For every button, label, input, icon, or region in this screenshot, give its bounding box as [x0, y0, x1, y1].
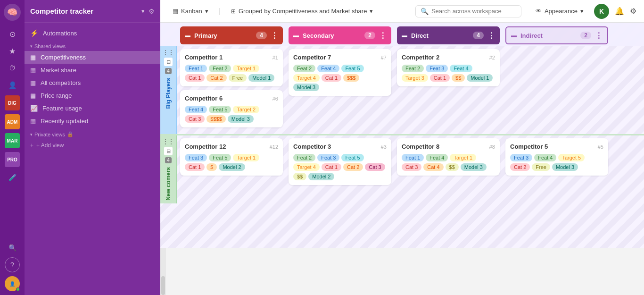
appearance-chevron: ▾: [580, 8, 584, 15]
sidebar-icon-home[interactable]: ⊙: [5, 26, 20, 42]
shared-views-label[interactable]: ▾ Shared views: [25, 40, 160, 51]
sidebar-item-automations[interactable]: ⚡ Automations: [25, 26, 160, 40]
tag: Feat 3: [185, 154, 207, 161]
card-competitor-5[interactable]: Competitor 5 #5 Feat 3 Feat 4 Target 5 C…: [505, 138, 608, 176]
section-label-big-players: ⋮⋮ ⊟ 4 Big Players: [160, 46, 177, 134]
tag: Model 2: [219, 163, 245, 171]
tag: Target 1: [233, 65, 259, 72]
col-lane-direct-big-players: Competitor 2 #2 Feat 2 Feat 3 Feat 4 Tar…: [394, 46, 503, 134]
tag: Feat 1: [402, 154, 424, 161]
primary-count: 4: [256, 32, 267, 39]
tag: Free: [229, 74, 247, 82]
add-view-button[interactable]: + + Add view: [25, 139, 160, 152]
tag: Target 2: [233, 106, 259, 113]
group-by-button[interactable]: ⊞ Grouped by Competitiveness and Market …: [226, 6, 378, 17]
sidebar-item-all-competitors[interactable]: ▦ All competitors: [25, 76, 160, 89]
workspace-title: Competitor tracker: [30, 7, 138, 15]
eye-icon: 👁: [536, 8, 542, 15]
kanban-view-button[interactable]: ▦ Kanban ▾: [168, 6, 213, 17]
tag: Cat 3: [402, 163, 421, 171]
col-header-primary: ▬ Primary 4 ⋮: [177, 26, 286, 44]
tag: Model 1: [248, 74, 274, 82]
title-caret[interactable]: ▾: [141, 8, 145, 15]
appearance-button[interactable]: 👁 Appearance ▾: [531, 6, 588, 17]
section-drag-handle[interactable]: ⋮⋮: [163, 49, 174, 56]
collapse-direct[interactable]: ▬: [402, 32, 407, 39]
tag: Feat 4: [426, 154, 448, 161]
tag: Feat 5: [209, 106, 231, 113]
sidebar-icon-pro[interactable]: PRO: [4, 151, 21, 168]
section-collapse-icon[interactable]: ⊟: [164, 58, 173, 66]
app-logo[interactable]: 🧠: [4, 4, 21, 21]
col-header-direct: ▬ Direct 4 ⋮: [394, 26, 503, 44]
collapse-primary[interactable]: ▬: [185, 32, 190, 39]
col-lane-secondary-new-comers: Competitor 3 #3 Feat 2 Feat 3 Feat 5 Tar…: [286, 135, 394, 203]
card-competitor-1[interactable]: Competitor 1 #1 Feat 1 Feat 2 Target 1 C…: [180, 49, 283, 86]
tag: Model 3: [552, 163, 578, 171]
tag: Target 5: [558, 154, 585, 161]
chart-icon: 📈: [30, 105, 38, 112]
sidebar-icon-people[interactable]: 👤: [5, 77, 20, 93]
sidebar-icon-clock[interactable]: ⏱: [5, 60, 20, 76]
tag: Cat 2: [343, 163, 363, 171]
primary-more[interactable]: ⋮: [271, 31, 278, 40]
sidebar-item-recently-updated[interactable]: ▦ Recently updated: [25, 115, 160, 127]
tag: Cat 1: [430, 74, 450, 82]
card-competitor-2[interactable]: Competitor 2 #2 Feat 2 Feat 3 Feat 4 Tar…: [397, 49, 500, 86]
search-box[interactable]: 🔍: [415, 5, 521, 17]
direct-more[interactable]: ⋮: [487, 31, 495, 40]
notifications-icon[interactable]: 🔔: [615, 7, 624, 16]
secondary-more[interactable]: ⋮: [379, 31, 387, 40]
group-icon: ⊞: [231, 8, 236, 15]
sidebar-icon-search[interactable]: 🔍: [5, 240, 20, 255]
card-competitor-12[interactable]: Competitor 12 #12 Feat 3 Feat 5 Target 1…: [180, 138, 283, 176]
search-icon: 🔍: [421, 8, 429, 15]
private-views-label[interactable]: ▾ Private views 🔒: [25, 127, 160, 139]
sidebar-item-competitiveness[interactable]: ▦ Competitiveness: [25, 51, 160, 64]
col-header-secondary: ▬ Secondary 2 ⋮: [286, 26, 394, 44]
tag: Model 1: [467, 74, 493, 82]
sidebar-icon-building[interactable]: DIG: [4, 94, 21, 111]
kanban-area: ▬ Primary 4 ⋮ ▬ Secondary 2 ⋮: [160, 23, 644, 295]
sidebar-icon-help[interactable]: ?: [5, 257, 20, 272]
tag: $$: [446, 163, 459, 171]
tag: Target 1: [233, 154, 259, 161]
tag: Feat 4: [450, 65, 472, 72]
section-drag-handle-new[interactable]: ⋮⋮: [163, 138, 174, 145]
settings-icon[interactable]: ⚙: [630, 7, 636, 16]
section-count-badge: 4: [165, 68, 172, 74]
collapse-indirect[interactable]: ▬: [511, 32, 517, 39]
plus-icon: +: [30, 142, 33, 149]
grid-icon-all: ▦: [30, 79, 36, 86]
topbar: ▦ Kanban ▾ | ⊞ Grouped by Competitivenes…: [160, 0, 644, 23]
tag: Cat 1: [185, 163, 205, 171]
card-competitor-8[interactable]: Competitor 8 #8 Feat 1 Feat 4 Target 1 C…: [397, 138, 500, 176]
collapse-secondary[interactable]: ▬: [293, 32, 299, 39]
sidebar-icon-flask[interactable]: 🧪: [5, 170, 20, 185]
grid-icon-recent: ▦: [30, 118, 36, 125]
user-avatar[interactable]: K: [594, 4, 609, 19]
sidebar-icon-mar[interactable]: MAR: [4, 132, 21, 149]
tag: Target 1: [450, 154, 476, 161]
workspace-settings-icon[interactable]: ⚙: [149, 8, 155, 15]
kanban-icon: ▦: [173, 8, 178, 15]
sidebar-item-feature-usage[interactable]: 📈 Feature usage: [25, 102, 160, 115]
sidebar-icon-star[interactable]: ★: [5, 43, 20, 59]
card-competitor-3[interactable]: Competitor 3 #3 Feat 2 Feat 3 Feat 5 Tar…: [289, 138, 391, 185]
tag: Feat 4: [185, 106, 207, 113]
sidebar-item-price-range[interactable]: ▦ Price range: [25, 89, 160, 102]
section-collapse-icon-new[interactable]: ⊟: [164, 147, 173, 155]
tag: Feat 3: [510, 154, 532, 161]
sidebar-item-market-share[interactable]: ▦ Market share: [25, 64, 160, 76]
user-avatar-bottom[interactable]: 👤: [5, 276, 20, 291]
section-count-badge-new: 4: [165, 157, 172, 163]
tag: Cat 1: [185, 74, 205, 82]
tag: Feat 5: [209, 154, 231, 161]
search-input[interactable]: [431, 8, 516, 15]
card-competitor-6[interactable]: Competitor 6 #6 Feat 4 Feat 5 Target 2 C…: [180, 90, 283, 127]
col-lane-primary-big-players: Competitor 1 #1 Feat 1 Feat 2 Target 1 C…: [177, 46, 286, 134]
indirect-more[interactable]: ⋮: [595, 31, 603, 40]
sidebar-icon-adm[interactable]: ADM: [4, 113, 21, 130]
card-competitor-7[interactable]: Competitor 7 #7 Feat 2 Feat 4 Feat 5 Tar…: [289, 49, 391, 96]
tag: $$$$: [206, 115, 225, 123]
